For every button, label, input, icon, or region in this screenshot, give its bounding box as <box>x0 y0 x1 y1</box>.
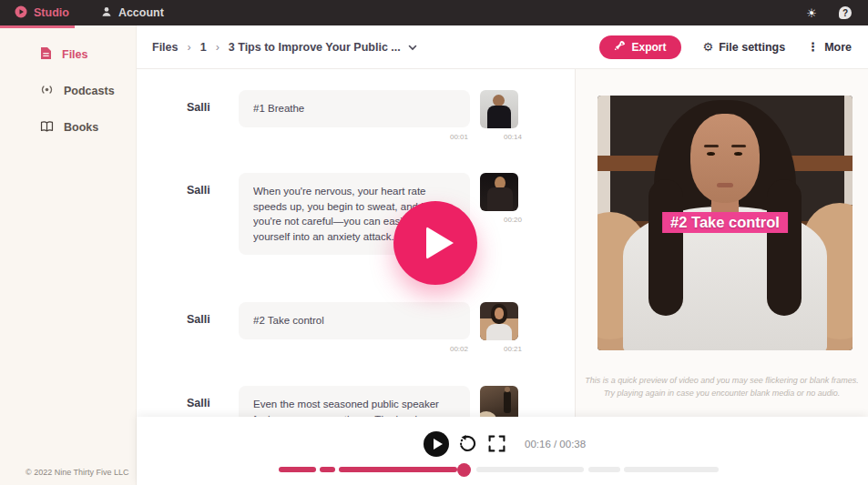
transcript-textbox[interactable]: #1 Breathe <box>239 90 470 127</box>
more-label: More <box>824 41 852 54</box>
transcript-editor: Salli #1 Breathe 00:01 00:14 Salli When … <box>137 69 575 417</box>
timeline-segment-remaining[interactable] <box>624 467 719 472</box>
transcript-text: When you're nervous, your heart rate <box>253 184 455 199</box>
thumbnail-time: 00:20 <box>480 216 522 224</box>
sidebar-item-label: Books <box>64 121 98 134</box>
clip-start-time: 00:02 <box>239 345 468 353</box>
thumbnail-time: 00:14 <box>480 133 522 141</box>
speaker-label[interactable]: Salli <box>187 101 234 114</box>
podcast-icon <box>40 83 54 99</box>
copyright-text: © 2022 Nine Thirty Five LLC <box>26 468 129 477</box>
sidebar-item-podcasts[interactable]: Podcasts <box>0 73 136 109</box>
disclaimer-line: Try playing again in case you encounter … <box>604 389 841 398</box>
file-settings-label: File settings <box>719 41 785 54</box>
fullscreen-button[interactable] <box>488 435 505 455</box>
sidebar-item-label: Files <box>62 48 88 61</box>
preview-disclaimer: This is a quick preview of video and you… <box>583 375 861 400</box>
video-thumbnail[interactable] <box>480 302 518 340</box>
sidebar-item-books[interactable]: Books <box>0 109 136 146</box>
breadcrumb: Files › 1 › 3 Tips to Improve Your Publi… <box>152 41 417 54</box>
speaker-label[interactable]: Salli <box>187 397 234 409</box>
studio-logo-icon <box>15 5 27 21</box>
book-icon <box>40 120 54 136</box>
kebab-menu-icon: ⋮ <box>807 41 819 53</box>
studio-label: Studio <box>34 6 69 19</box>
video-thumbnail[interactable] <box>480 90 518 128</box>
topbar-actions: ☀ ? <box>806 6 868 19</box>
clip-start-time: 00:01 <box>239 133 468 141</box>
gear-icon: ⚙ <box>703 41 714 53</box>
video-preview[interactable]: #2 Take control <box>597 96 853 350</box>
play-button[interactable] <box>424 431 449 457</box>
account-label: Account <box>118 6 164 19</box>
play-icon <box>426 227 454 259</box>
breadcrumb-separator: › <box>188 41 191 54</box>
timeline-segment-played[interactable] <box>279 467 316 472</box>
rocket-icon <box>614 40 626 55</box>
transcript-textbox[interactable]: Even the most seasoned public speaker fe… <box>239 386 470 417</box>
scrubber-thumb[interactable] <box>457 463 471 477</box>
header-actions: Export ⚙ File settings ⋮ More <box>599 35 852 59</box>
sidebar: Files Podcasts Books © 2022 Nine Thirty … <box>0 25 137 485</box>
subtitle-caption: #2 Take control <box>662 212 788 233</box>
speaker-label[interactable]: Salli <box>187 184 234 197</box>
restart-button[interactable] <box>458 434 477 456</box>
file-header: Files › 1 › 3 Tips to Improve Your Publi… <box>137 25 868 69</box>
breadcrumb-file-title[interactable]: 3 Tips to Improve Your Public ... <box>229 41 417 54</box>
player-bar: 00:16 / 00:38 <box>137 417 868 485</box>
transcript-textbox[interactable]: #2 Take control <box>239 302 470 339</box>
sidebar-item-files[interactable]: Files <box>0 36 136 73</box>
top-bar: Studio Account ☀ ? <box>0 0 868 25</box>
play-icon <box>434 439 443 450</box>
timeline-segment-remaining[interactable] <box>476 467 584 472</box>
file-settings-button[interactable]: ⚙ File settings <box>703 41 786 54</box>
file-title-text: 3 Tips to Improve Your Public ... <box>229 41 401 54</box>
transcript-text: #2 Take control <box>253 313 455 328</box>
breadcrumb-separator: › <box>216 41 220 54</box>
tab-studio[interactable]: Studio <box>0 0 87 25</box>
theme-toggle-sun-icon[interactable]: ☀ <box>806 7 817 19</box>
help-icon[interactable]: ? <box>839 6 852 19</box>
timeline-segment-played[interactable] <box>339 467 457 472</box>
export-button[interactable]: Export <box>599 35 681 59</box>
person-icon <box>100 5 113 21</box>
tab-account[interactable]: Account <box>100 5 164 21</box>
speaker-label[interactable]: Salli <box>187 313 234 326</box>
more-button[interactable]: ⋮ More <box>807 41 852 54</box>
breadcrumb-files[interactable]: Files <box>152 41 179 54</box>
file-icon <box>40 46 52 63</box>
export-label: Export <box>632 41 667 54</box>
video-thumbnail[interactable] <box>480 386 518 417</box>
thumbnail-time: 00:21 <box>480 345 522 353</box>
timeline-segment-played[interactable] <box>320 467 335 472</box>
video-thumbnail[interactable] <box>480 173 518 211</box>
disclaimer-line: This is a quick preview of video and you… <box>585 376 859 385</box>
sidebar-item-label: Podcasts <box>64 85 115 97</box>
play-preview-button[interactable] <box>393 201 477 285</box>
transcript-text: Even the most seasoned public speaker <box>253 397 455 412</box>
active-tab-indicator <box>0 25 75 28</box>
time-display: 00:16 / 00:38 <box>525 439 586 450</box>
timeline-segment-remaining[interactable] <box>588 467 620 472</box>
transcript-text: #1 Breathe <box>253 101 455 116</box>
timeline-scrubber[interactable] <box>279 466 719 474</box>
breadcrumb-folder[interactable]: 1 <box>200 41 207 54</box>
chevron-down-icon <box>408 41 417 54</box>
